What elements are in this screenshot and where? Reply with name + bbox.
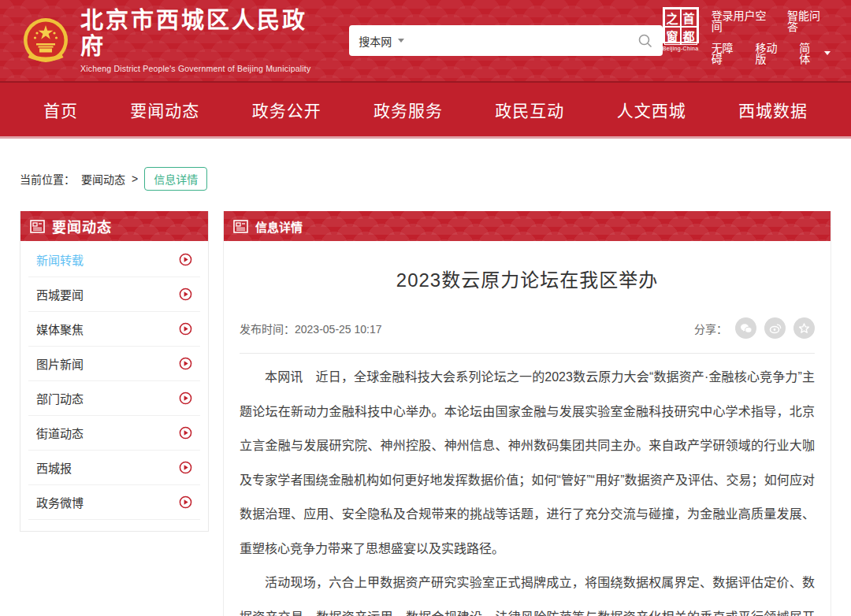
- nav-item-culture[interactable]: 人文西城: [617, 98, 686, 121]
- breadcrumb-parent-link[interactable]: 要闻动态: [81, 171, 125, 187]
- favorite-share-icon[interactable]: [793, 317, 815, 339]
- nav-item-interaction[interactable]: 政民互动: [495, 98, 564, 121]
- login-user-space-link[interactable]: 登录用户空间: [712, 10, 776, 32]
- search-scope-label: 搜本网: [359, 33, 392, 49]
- article-panel: 信息详情 2023数云原力论坛在我区举办 发布时间：2023-05-25 10:…: [223, 211, 831, 616]
- article-body: 本网讯 近日，全球金融科技大会系列论坛之一的2023数云原力大会“数据资产·金融…: [240, 360, 815, 616]
- newspaper-icon: [30, 220, 45, 233]
- sidebar-item-media-focus[interactable]: 媒体聚焦: [28, 312, 200, 347]
- chevron-down-icon: [824, 51, 831, 55]
- smart-qa-link[interactable]: 智能问答: [787, 10, 831, 32]
- simplified-chinese-select[interactable]: 简体: [799, 43, 831, 65]
- news-sidebar: 要闻动态 新闻转载 西城要闻 媒体聚焦 图片新闻: [20, 211, 209, 532]
- article-paragraph: 活动现场，六合上甲数据资产研究实验室正式揭牌成立，将围绕数据权属界定、数据评估定…: [240, 566, 815, 616]
- nav-item-home[interactable]: 首页: [43, 98, 78, 121]
- play-circle-icon: [179, 426, 192, 440]
- breadcrumb-current-badge: 信息详情: [144, 167, 207, 191]
- play-circle-icon: [179, 253, 192, 266]
- search-input[interactable]: [411, 29, 630, 53]
- search-scope-select[interactable]: 搜本网: [359, 33, 404, 49]
- weibo-share-icon[interactable]: [764, 317, 786, 339]
- nav-item-news[interactable]: 要闻动态: [130, 98, 199, 121]
- newspaper-icon: [233, 220, 248, 233]
- share-label: 分享：: [694, 321, 727, 336]
- chevron-down-icon: [398, 39, 404, 43]
- article-title: 2023数云原力论坛在我区举办: [240, 265, 815, 292]
- stamp-char: 窗: [664, 27, 681, 45]
- sidebar-title: 要闻动态: [52, 216, 112, 236]
- sidebar-item-gov-weibo[interactable]: 政务微博: [28, 485, 200, 520]
- article-paragraph: 本网讯 近日，全球金融科技大会系列论坛之一的2023数云原力大会“数据资产·金融…: [240, 360, 815, 566]
- breadcrumb-separator: >: [132, 173, 138, 185]
- play-circle-icon: [179, 288, 192, 301]
- breadcrumb-prefix: 当前位置：: [20, 171, 75, 187]
- nav-item-data[interactable]: 西城数据: [738, 98, 808, 121]
- nav-item-gov-openness[interactable]: 政务公开: [252, 98, 321, 121]
- sidebar-item-xicheng-news[interactable]: 西城要闻: [28, 277, 200, 312]
- stamp-char: 都: [681, 27, 697, 45]
- sidebar-item-department-updates[interactable]: 部门动态: [28, 381, 200, 416]
- stamp-caption: Beijing-China: [663, 46, 699, 51]
- play-circle-icon: [179, 461, 192, 474]
- article-panel-header: 信息详情: [224, 211, 831, 241]
- play-circle-icon: [179, 357, 192, 370]
- site-subtitle: Xicheng District People's Government of …: [80, 64, 329, 73]
- sidebar-item-news-repost[interactable]: 新闻转载: [28, 243, 200, 277]
- breadcrumb: 当前位置： 要闻动态 > 信息详情: [20, 167, 831, 191]
- meta-divider: [240, 353, 815, 354]
- sidebar-item-street-updates[interactable]: 街道动态: [28, 416, 200, 451]
- nav-item-gov-services[interactable]: 政务服务: [373, 98, 443, 121]
- wechat-share-icon[interactable]: [735, 317, 756, 339]
- publish-time: 发布时间：2023-05-25 10:17: [240, 321, 382, 336]
- site-brand[interactable]: 北京市西城区人民政府 Xicheng District People's Gov…: [20, 8, 329, 74]
- sidebar-list: 新闻转载 西城要闻 媒体聚焦 图片新闻 部门动态: [20, 241, 208, 531]
- play-circle-icon: [179, 322, 192, 336]
- sidebar-header: 要闻动态: [20, 211, 208, 241]
- capital-window-logo[interactable]: 之 首 窗 都 Beijing-China: [663, 7, 699, 51]
- play-circle-icon: [179, 495, 192, 509]
- accessibility-link[interactable]: 无障碍: [712, 43, 745, 65]
- article-panel-title: 信息详情: [255, 218, 303, 235]
- search-icon[interactable]: [637, 33, 653, 49]
- sidebar-item-photo-news[interactable]: 图片新闻: [28, 347, 200, 381]
- mobile-version-link[interactable]: 移动版: [755, 43, 788, 65]
- site-header: 北京市西城区人民政府 Xicheng District People's Gov…: [0, 0, 851, 83]
- stamp-char: 首: [681, 9, 697, 27]
- play-circle-icon: [179, 391, 192, 405]
- stamp-char: 之: [664, 9, 681, 27]
- sidebar-item-xicheng-daily[interactable]: 西城报: [28, 451, 200, 485]
- site-search: 搜本网: [349, 25, 662, 56]
- site-title: 北京市西城区人民政府: [80, 8, 329, 61]
- main-navigation: 首页 要闻动态 政务公开 政务服务 政民互动 人文西城 西城数据: [0, 83, 851, 139]
- national-emblem-logo: [20, 16, 71, 66]
